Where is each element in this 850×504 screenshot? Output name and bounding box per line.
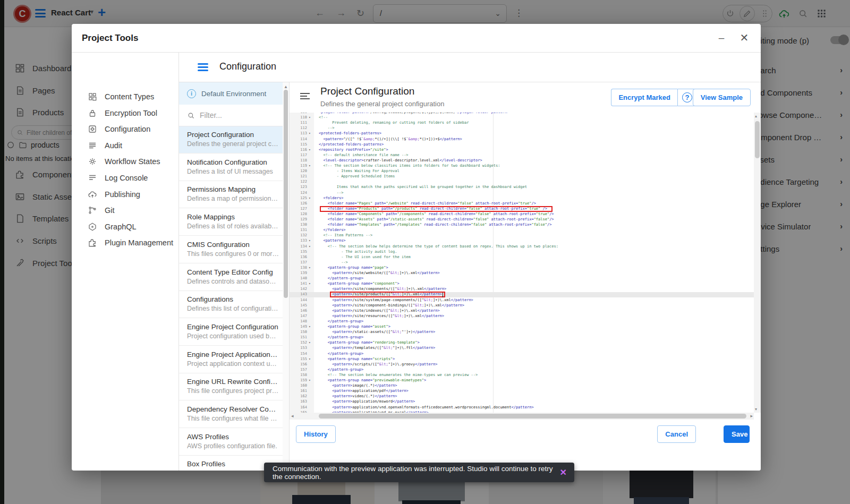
code-editor[interactable]: 109<plugin-folder-pattern>/config/studio… <box>290 113 754 413</box>
scroll-up-icon[interactable]: ▴ <box>755 114 757 118</box>
tool-item-git[interactable]: Git <box>72 202 179 218</box>
tool-item-log-console[interactable]: Log Console <box>72 170 179 186</box>
code-line-146[interactable]: 146 <pattern>/site/indexes/([^&lt;]+)\.x… <box>290 309 754 314</box>
code-line-112[interactable]: 112 --> <box>290 126 754 131</box>
fold-icon[interactable]: ▾ <box>309 148 311 151</box>
collapse-panel-icon[interactable] <box>300 93 310 100</box>
code-line-138[interactable]: 138▾ <pattern-group name="page"> <box>290 266 754 271</box>
close-icon[interactable]: ✕ <box>737 31 751 45</box>
code-line-124[interactable]: 124 --> <box>290 191 754 196</box>
config-item-notification-configuration[interactable]: Notification ConfigurationDefines a list… <box>179 154 283 181</box>
code-line-131[interactable]: 131 </folders> <box>290 228 754 233</box>
code-line-151[interactable]: 151 </pattern-group> <box>290 335 754 340</box>
code-line-155[interactable]: 155▾ <pattern-group name="scripts"> <box>290 357 754 362</box>
fold-icon[interactable]: ▾ <box>309 266 311 269</box>
fold-icon[interactable]: ▾ <box>309 378 311 382</box>
scroll-up-icon[interactable]: ▲ <box>284 84 288 89</box>
code-line-137[interactable]: 137 --> <box>290 260 754 266</box>
fold-icon[interactable]: ▾ <box>309 164 311 167</box>
code-line-141[interactable]: 141▾ <pattern-group name="component"> <box>290 281 754 287</box>
configuration-menu-icon[interactable] <box>198 63 208 71</box>
code-line-164[interactable]: 164 <pattern>application/vnd.openxmlform… <box>290 405 754 411</box>
fold-icon[interactable]: ▾ <box>309 357 311 361</box>
code-line-123[interactable]: 123 Items that match the paths specified… <box>290 185 754 190</box>
code-line-128[interactable]: 128 <folder name="Components" path="/com… <box>290 212 754 217</box>
tool-item-encryption-tool[interactable]: Encryption Tool <box>72 105 179 121</box>
fold-icon[interactable]: ▾ <box>309 238 311 242</box>
code-line-148[interactable]: 148 </pattern-group> <box>290 319 754 324</box>
fold-icon[interactable]: ▾ <box>309 196 311 200</box>
tool-item-publishing[interactable]: Publishing <box>72 186 179 202</box>
code-line-145[interactable]: 145 <pattern>/site/component-bindings/([… <box>290 303 754 309</box>
code-line-161[interactable]: 161 <pattern>application/pdf</pattern> <box>290 389 754 394</box>
view-sample-button[interactable]: View Sample <box>693 89 751 106</box>
fold-icon[interactable]: ▾ <box>309 340 311 344</box>
tool-item-graphql[interactable]: GraphQL <box>72 219 179 235</box>
vertical-scrollbar[interactable]: ▴ ▾ <box>754 113 761 413</box>
code-line-134[interactable]: 134▾ <!-- The section below helps determ… <box>290 244 754 250</box>
history-button[interactable]: History <box>296 425 336 443</box>
scroll-left-icon[interactable]: ◂ <box>291 413 294 418</box>
code-line-135[interactable]: 135 - The activity audit log. <box>290 250 754 255</box>
fold-icon[interactable]: ▾ <box>309 244 311 248</box>
code-line-143[interactable]: 143 <pattern>/site/products/([^&lt;]+)\.… <box>290 292 754 297</box>
code-line-114[interactable]: 114 <pattern>^/([^ !$`&amp;*()/+]|(\\[ !… <box>290 137 754 142</box>
code-line-115[interactable]: 115</protected-folders-patterns> <box>290 142 754 148</box>
code-line-156[interactable]: 156 <pattern>/scripts/([^&lt;"]+)\.groov… <box>290 362 754 368</box>
tool-item-plugin-management[interactable]: Plugin Management <box>72 235 179 251</box>
scroll-right-icon[interactable]: ▸ <box>750 413 753 418</box>
code-line-110[interactable]: 110▾<!-- <box>290 115 754 121</box>
horizontal-scrollbar[interactable]: ◂ ▸ <box>290 413 754 420</box>
code-line-121[interactable]: 121 - Approved Scheduled Items <box>290 174 754 180</box>
fold-icon[interactable]: ▾ <box>309 131 311 135</box>
config-item-project-configuration[interactable]: Project ConfigurationDefines the general… <box>179 126 283 153</box>
code-line-117[interactable]: 117 <!-- default inheritance file name -… <box>290 153 754 158</box>
code-line-153[interactable]: 153 <pattern>/templates/([^&lt;"]+)\.ftl… <box>290 346 754 351</box>
tool-item-content-types[interactable]: Content Types <box>72 89 179 105</box>
scroll-down-icon[interactable]: ▾ <box>755 407 757 412</box>
code-line-130[interactable]: 130 <folder name="Templates" path="/temp… <box>290 223 754 228</box>
config-item-engine-url-rewrite-configurat-[interactable]: Engine URL Rewrite Configurat…This file … <box>179 373 283 400</box>
code-line-149[interactable]: 149▾ <pattern-group name="asset"> <box>290 324 754 330</box>
save-button[interactable]: Save <box>724 425 750 443</box>
code-line-136[interactable]: 136 - The UI icon used for the item <box>290 255 754 260</box>
code-line-139[interactable]: 139 <pattern>/site/website/([^&lt;]+)\.x… <box>290 271 754 276</box>
cancel-button[interactable]: Cancel <box>657 425 696 443</box>
config-item-content-type-editor-config[interactable]: Content Type Editor ConfigDefines contro… <box>179 264 283 291</box>
code-line-140[interactable]: 140 </pattern-group> <box>290 276 754 281</box>
config-item-configurations[interactable]: ConfigurationsDefines this list of confi… <box>179 291 283 318</box>
code-line-111[interactable]: 111 Prevent deleting, renaming or cuttin… <box>290 121 754 126</box>
config-filter-input[interactable]: Filter... <box>179 105 283 126</box>
fold-icon[interactable]: ▾ <box>309 324 311 328</box>
code-line-162[interactable]: 162 <pattern>video/(.*)</pattern> <box>290 394 754 399</box>
fold-icon[interactable]: ▾ <box>309 281 311 285</box>
code-line-147[interactable]: 147 <pattern>/site/resources/([^&lt;]+)\… <box>290 314 754 319</box>
code-line-150[interactable]: 150 <pattern>/static-assets/([^&lt;"']+)… <box>290 330 754 335</box>
code-line-119[interactable]: 119▾ <!-- The section below classifies i… <box>290 164 754 169</box>
code-line-127[interactable]: 127 <folder name="Products" path="/produ… <box>290 207 754 212</box>
code-line-152[interactable]: 152▾ <pattern-group name="rendering-temp… <box>290 340 754 346</box>
config-item-engine-project-application-co-[interactable]: Engine Project Application Co…Project ap… <box>179 346 283 373</box>
fold-icon[interactable]: ▾ <box>309 115 311 119</box>
code-line-157[interactable]: 157 </pattern-group> <box>290 368 754 373</box>
code-line-132[interactable]: 132 <!-- Item Patterns --> <box>290 233 754 238</box>
encrypt-marked-button[interactable]: Encrypt Marked <box>611 89 677 106</box>
code-line-116[interactable]: 116▾<repository rootPrefix="/site"> <box>290 148 754 153</box>
code-line-154[interactable]: 154 </pattern-group> <box>290 352 754 357</box>
code-line-158[interactable]: 158 <!-- The section below enumerates th… <box>290 373 754 378</box>
code-line-129[interactable]: 129 <folder name="Assets" path="/static-… <box>290 217 754 223</box>
code-line-133[interactable]: 133▾ <patterns> <box>290 238 754 244</box>
code-line-113[interactable]: 113▾<protected-folders-patterns> <box>290 131 754 136</box>
tool-item-workflow-states[interactable]: Workflow States <box>72 153 179 169</box>
snackbar-close-icon[interactable]: ✕ <box>560 467 574 477</box>
config-list-scrollbar[interactable]: ▲ <box>283 82 289 471</box>
code-line-118[interactable]: 118 <level-descriptor>crafter-level-desc… <box>290 158 754 164</box>
code-line-125[interactable]: 125▾ <folders> <box>290 196 754 201</box>
code-line-159[interactable]: 159▾ <pattern-group name="previewable-mi… <box>290 378 754 383</box>
config-item-permissions-mapping[interactable]: Permissions MappingDefines a map of perm… <box>179 181 283 208</box>
code-line-160[interactable]: 160 <pattern>image/(.*)</pattern> <box>290 383 754 389</box>
tool-item-configuration[interactable]: Configuration <box>72 121 179 137</box>
code-line-163[interactable]: 163 <pattern>application/msword</pattern… <box>290 399 754 405</box>
minimize-icon[interactable]: – <box>715 31 728 45</box>
code-line-144[interactable]: 144 <pattern>/site/system/page-component… <box>290 298 754 303</box>
